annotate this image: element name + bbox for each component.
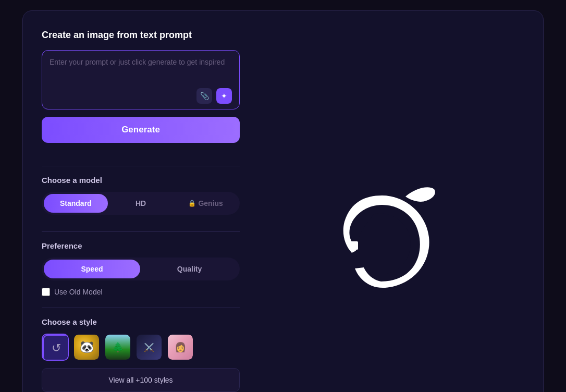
divider-2 [42,231,240,232]
preference-section-label: Preference [42,241,240,250]
old-model-label[interactable]: Use Old Model [54,288,103,296]
style-forest[interactable]: 🌲 [104,334,131,361]
app-logo [325,185,439,300]
prompt-icons: 📎 ✦ [50,88,232,104]
magic-button[interactable]: ✦ [216,88,232,104]
old-model-checkbox[interactable] [42,288,50,296]
preference-quality-button[interactable]: Quality [141,260,238,278]
divider-3 [42,308,240,308]
model-toggle-group: Standard HD 🔒 Genius [42,192,240,215]
card-title: Create an image from text prompt [42,30,240,41]
prompt-input[interactable] [50,58,232,84]
reset-icon: ↺ [52,341,61,355]
generate-button[interactable]: Generate [42,117,240,143]
right-panel [240,30,524,392]
divider-1 [42,166,240,166]
style-anime[interactable]: 👩 [167,334,194,361]
old-model-row: Use Old Model [42,288,240,296]
main-card: Create an image from text prompt 📎 ✦ Gen… [22,10,544,392]
preference-speed-button[interactable]: Speed [44,260,140,278]
prompt-box: 📎 ✦ [42,50,240,109]
svg-rect-0 [350,241,358,250]
logo-container [240,30,524,392]
styles-section-label: Choose a style [42,317,240,326]
model-genius-button[interactable]: 🔒 Genius [174,194,238,213]
styles-grid: ↺ 🐼 🌲 [42,334,240,361]
model-hd-button[interactable]: HD [109,194,173,213]
lock-icon: 🔒 [188,200,196,207]
model-standard-button[interactable]: Standard [44,194,108,213]
model-section-label: Choose a model [42,176,240,185]
view-all-styles-button[interactable]: View all +100 styles [42,368,240,392]
preference-toggle-group: Speed Quality [42,258,240,280]
paperclip-icon: 📎 [200,92,209,100]
magic-icon: ✦ [221,92,227,100]
left-panel: Create an image from text prompt 📎 ✦ Gen… [42,30,240,392]
style-none[interactable]: ↺ [42,334,69,361]
style-bear[interactable]: 🐼 [73,334,100,361]
style-warrior[interactable]: ⚔️ [136,334,163,361]
attach-button[interactable]: 📎 [196,88,212,104]
